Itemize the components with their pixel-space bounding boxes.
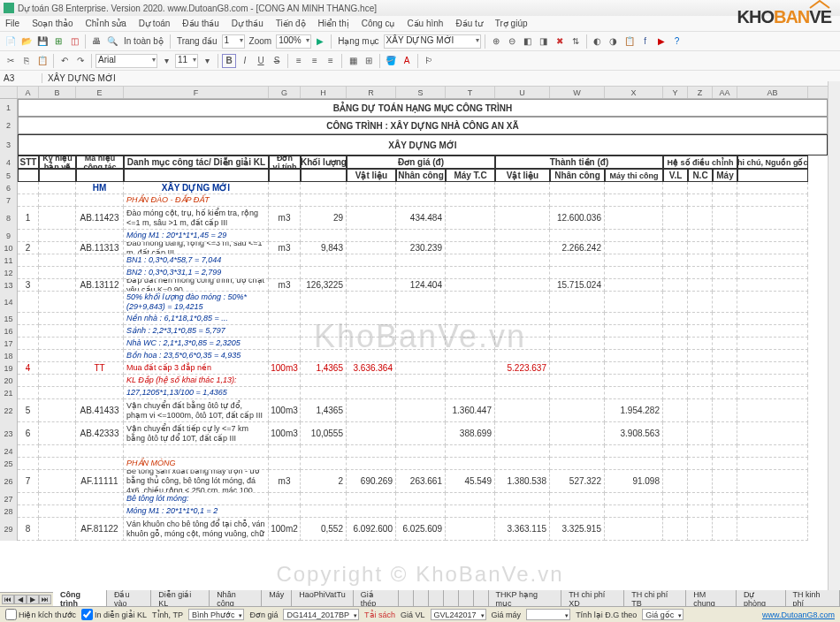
tool-icon-6[interactable]: ⇅ (569, 34, 583, 49)
size-combo[interactable]: 11 (175, 54, 198, 68)
menu-bar[interactable]: File Soạn thảo Chỉnh sửa Dự toán Đầu thầ… (0, 16, 840, 32)
tool-icon-9[interactable]: 📋 (622, 34, 637, 49)
sheet-tabs[interactable]: ⏮ ◀ ▶ ⏭ Công trìnhĐầu vàoDiễn giải KLNhâ… (0, 592, 840, 606)
pricevl-combo[interactable]: GVL242017 (431, 609, 486, 620)
align-right-icon[interactable]: ≡ (324, 54, 338, 68)
pricevl-label: Giá VL (401, 611, 425, 619)
province-combo[interactable]: Bình Phước (188, 609, 245, 620)
print-icon[interactable]: 🖶 (89, 34, 103, 49)
menu-edit[interactable]: Soạn thảo (32, 19, 73, 28)
menu-invest[interactable]: Đầu tư (455, 19, 482, 28)
website-link[interactable]: www.DutoanG8.com (762, 611, 835, 619)
recalc-combo[interactable]: Giá gốc (642, 609, 683, 620)
formula-bar: A3 XÂY DỰNG MỚI (0, 71, 840, 87)
menu-modify[interactable]: Chỉnh sửa (86, 19, 126, 28)
title-bar: Dự toán G8 Enterprise. Version 2020. www… (0, 0, 840, 16)
brand-logo: KHOBANVE (737, 7, 831, 27)
app-icon (4, 3, 14, 13)
copy-icon[interactable]: ⎘ (19, 54, 34, 68)
menu-duthau[interactable]: Dự thầu (232, 19, 263, 28)
fontcolor-icon[interactable]: A (400, 54, 414, 68)
page-combo[interactable]: 1 (222, 34, 245, 49)
cut-icon[interactable]: ✂ (4, 54, 18, 68)
save-icon[interactable]: 💾 (35, 34, 50, 49)
menu-dauthau[interactable]: Đầu thầu (182, 19, 218, 28)
strike-icon[interactable]: S (270, 54, 284, 68)
cell-reference[interactable]: A3 (0, 73, 42, 83)
page-label: Trang đầu (174, 36, 220, 46)
vertical-scrollbar[interactable] (828, 81, 840, 592)
tab-nav-next[interactable]: ▶ (27, 595, 39, 604)
redo-icon[interactable]: ↷ (73, 54, 88, 68)
formula-input[interactable]: XÂY DỰNG MỚI (42, 73, 121, 83)
unitprice-combo[interactable]: DG1414_2017BP (283, 609, 359, 620)
fillcolor-icon[interactable]: 🪣 (384, 54, 398, 68)
tool-icon-4[interactable]: ◨ (537, 34, 551, 49)
window-title: Dự toán G8 Enterprise. Version 2020. www… (18, 4, 377, 13)
align-left-icon[interactable]: ≡ (292, 54, 306, 68)
tab-nav-last[interactable]: ⏭ (39, 595, 51, 604)
menu-help[interactable]: Trợ giúp (495, 19, 528, 28)
font-combo[interactable]: Arial (95, 54, 157, 68)
menu-view[interactable]: Hiển thị (318, 19, 349, 28)
column-headers[interactable]: ABEFGHRSTUWXYZAAAB (0, 87, 840, 99)
province-label: Tỉnh, TP (152, 611, 183, 619)
preview-icon[interactable]: 🔍 (105, 34, 119, 49)
print-all-button[interactable]: In toàn bộ (121, 36, 166, 46)
flag-icon[interactable]: 🏳 (422, 54, 436, 68)
new-icon[interactable]: 📄 (4, 34, 18, 49)
recalc-label: Tính lại Đ.G theo (576, 611, 637, 619)
play-icon[interactable]: ▶ (313, 34, 327, 49)
menu-tools[interactable]: Công cụ (362, 19, 395, 28)
menu-config[interactable]: Cấu hình (407, 19, 443, 28)
unitprice-label: Đơn giá (249, 611, 278, 619)
menu-dutoan[interactable]: Dự toán (139, 19, 170, 28)
merge-icon[interactable]: ⊞ (362, 54, 376, 68)
align-center-icon[interactable]: ≡ (308, 54, 322, 68)
show-dims-checkbox[interactable]: Hiện kích thước (5, 609, 76, 620)
tool-icon-7[interactable]: ◐ (591, 34, 605, 49)
tool-icon-2[interactable]: ⊖ (505, 34, 519, 49)
tab-nav-first[interactable]: ⏮ (2, 595, 14, 604)
youtube-icon[interactable]: ▶ (654, 34, 668, 49)
tool-icon-3[interactable]: ◧ (521, 34, 535, 49)
download-label[interactable]: Tải sách (364, 611, 395, 619)
machineprice-label: Giá máy (492, 611, 522, 619)
zoom-label: Zoom (247, 36, 275, 46)
menu-tiendo[interactable]: Tiến độ (276, 19, 306, 28)
print-details-checkbox[interactable]: In diễn giải KL (81, 609, 147, 620)
section-combo[interactable]: XÂY DỰNG MỚI (384, 34, 481, 49)
pdf-icon[interactable]: ◫ (67, 34, 81, 49)
underline-icon[interactable]: U (254, 54, 268, 68)
toolbar-1: 📄 📂 💾 ⊞ ◫ 🖶 🔍 In toàn bộ Trang đầu 1 Zoo… (0, 32, 840, 51)
excel-icon[interactable]: ⊞ (51, 34, 65, 49)
border-icon[interactable]: ▦ (346, 54, 360, 68)
paste-icon[interactable]: 📋 (35, 54, 50, 68)
status-bar: Hiện kích thước In diễn giải KL Tỉnh, TP… (0, 606, 840, 622)
tool-icon-8[interactable]: ◑ (607, 34, 621, 49)
help-icon[interactable]: ? (670, 34, 684, 49)
undo-icon[interactable]: ↶ (57, 54, 72, 68)
bold-icon[interactable]: B (222, 54, 236, 68)
toolbar-2: ✂ ⎘ 📋 ↶ ↷ Arial ▾ 11 ▾ B I U S ≡ ≡ ≡ ▦ ⊞… (0, 51, 840, 71)
italic-icon[interactable]: I (238, 54, 252, 68)
menu-file[interactable]: File (5, 19, 19, 28)
spreadsheet-grid[interactable]: ABEFGHRSTUWXYZAAAB 1BẢNG DỰ TOÁN HẠNG MỤ… (0, 87, 840, 604)
tool-icon-5[interactable]: ✖ (553, 34, 567, 49)
zoom-combo[interactable]: 100% (276, 34, 311, 49)
tab-nav-prev[interactable]: ◀ (14, 595, 27, 604)
machineprice-combo[interactable] (526, 609, 570, 620)
font-down-icon[interactable]: ▾ (159, 54, 173, 68)
facebook-icon[interactable]: f (638, 34, 653, 49)
open-icon[interactable]: 📂 (19, 34, 34, 49)
tool-icon-1[interactable]: ⊕ (489, 34, 503, 49)
size-down-icon[interactable]: ▾ (200, 54, 214, 68)
section-label: Hạng mục (335, 36, 381, 46)
